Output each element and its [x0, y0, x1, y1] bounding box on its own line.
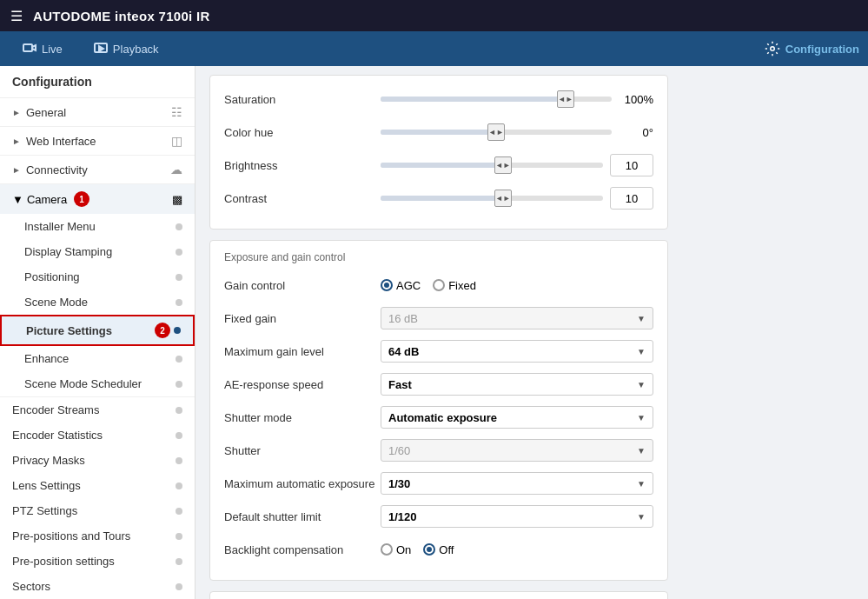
max-gain-field: 64 dB ▼ [381, 340, 653, 363]
color-hue-track[interactable]: ◄► [381, 130, 612, 135]
color-hue-slider-btn[interactable]: ◄► [487, 123, 505, 141]
saturation-track[interactable]: ◄► [381, 97, 612, 102]
shutter-mode-label: Shutter mode [224, 411, 381, 424]
daynight-section: Day/night Night mode Auto ▼ 3 [209, 591, 668, 599]
backlight-radio: On Off [381, 543, 454, 556]
contrast-track[interactable]: ◄► [381, 196, 603, 201]
active-dot [174, 327, 181, 334]
nav-dot [176, 356, 182, 363]
sidebar-item-scene-mode-scheduler[interactable]: Scene Mode Scheduler [0, 371, 195, 396]
shutter-mode-field: Automatic exposure ▼ [381, 406, 653, 429]
sidebar-item-installer-menu[interactable]: Installer Menu [0, 214, 195, 239]
nav-dot [176, 407, 182, 414]
backlight-off-option[interactable]: Off [423, 543, 454, 556]
contrast-input[interactable]: 10 [610, 187, 653, 210]
svg-point-2 [771, 47, 775, 51]
brightness-slider-btn[interactable]: ◄► [494, 156, 512, 174]
nav-dot [176, 558, 182, 565]
sidebar-item-positioning[interactable]: Positioning [0, 264, 195, 290]
backlight-on-radio[interactable] [381, 543, 393, 556]
nav-dot [176, 249, 182, 256]
tab-live[interactable]: Live [9, 37, 76, 61]
gear-icon [765, 41, 780, 57]
brightness-track[interactable]: ◄► [381, 163, 603, 168]
max-gain-row: Maximum gain level 64 dB ▼ [224, 338, 653, 364]
max-auto-exposure-row: Maximum automatic exposure 1/30 ▼ [224, 470, 653, 496]
saturation-slider-btn[interactable]: ◄► [557, 90, 574, 108]
chevron-right-icon: ► [12, 165, 21, 175]
sidebar-item-ptz-settings[interactable]: PTZ Settings [0, 498, 195, 523]
contrast-slider-btn[interactable]: ◄► [494, 190, 512, 207]
sidebar-item-picture-settings[interactable]: Picture Settings 2 [0, 315, 195, 346]
max-auto-exposure-field: 1/30 ▼ [381, 472, 653, 495]
brightness-label: Brightness [224, 159, 381, 172]
exposure-section: Exposure and gain control Gain control A… [209, 240, 668, 581]
gain-control-radio: AGC Fixed [381, 279, 476, 292]
backlight-field: On Off [381, 543, 653, 556]
brightness-control: ◄► 10 [381, 154, 653, 176]
sidebar-item-scene-mode[interactable]: Scene Mode [0, 290, 195, 315]
saturation-control: ◄► 100% [381, 93, 653, 106]
sidebar-item-lens-settings[interactable]: Lens Settings [0, 473, 195, 498]
nav-dot [176, 274, 182, 281]
ae-response-label: AE-response speed [224, 378, 381, 391]
sidebar-item-sectors[interactable]: Sectors [0, 574, 195, 599]
backlight-on-option[interactable]: On [381, 543, 411, 556]
main-tabs: Live Playback [9, 37, 173, 61]
configuration-button[interactable]: Configuration [765, 41, 859, 57]
sidebar-item-enhance[interactable]: Enhance [0, 346, 195, 371]
default-shutter-limit-row: Default shutter limit 1/120 ▼ [224, 503, 653, 529]
shutter-mode-dropdown[interactable]: Automatic exposure ▼ [381, 406, 653, 429]
sidebar-group-web-interface: ► Web Interface ◫ [0, 127, 195, 156]
hamburger-icon[interactable]: ☰ [10, 8, 23, 24]
chevron-down-icon: ▼ [637, 446, 646, 456]
sidebar-group-general: ► General ☷ [0, 98, 195, 127]
color-hue-value: 0° [619, 126, 653, 139]
camera-icon: ▩ [172, 193, 182, 206]
gain-agc-option[interactable]: AGC [381, 279, 421, 292]
backlight-off-radio[interactable] [423, 543, 435, 556]
gain-agc-radio[interactable] [381, 279, 393, 291]
saturation-value: 100% [619, 93, 653, 106]
color-hue-control: ◄► 0° [381, 126, 653, 139]
contrast-control: ◄► 10 [381, 187, 653, 210]
sidebar-item-camera[interactable]: ▼ Camera 1 ▩ [0, 184, 195, 214]
shutter-label: Shutter [224, 444, 381, 457]
gain-control-row: Gain control AGC Fixed [224, 272, 653, 298]
brightness-input[interactable]: 10 [610, 154, 653, 176]
sidebar-item-privacy-masks[interactable]: Privacy Masks [0, 448, 195, 473]
chevron-down-icon: ▼ [12, 193, 23, 206]
shutter-mode-row: Shutter mode Automatic exposure ▼ [224, 404, 653, 430]
max-auto-exposure-dropdown[interactable]: 1/30 ▼ [381, 472, 653, 495]
default-shutter-limit-dropdown[interactable]: 1/120 ▼ [381, 505, 653, 528]
contrast-slider: ◄► [381, 196, 603, 201]
color-settings-section: Saturation ◄► 100% Color hue [209, 75, 668, 230]
sidebar-item-encoder-statistics[interactable]: Encoder Statistics [0, 423, 195, 448]
chevron-down-icon: ▼ [637, 512, 646, 522]
sidebar-item-connectivity[interactable]: ► Connectivity ☁ [0, 156, 195, 183]
chevron-down-icon: ▼ [637, 314, 646, 323]
gain-control-field: AGC Fixed [381, 279, 653, 292]
gain-control-label: Gain control [224, 279, 381, 292]
live-icon [23, 42, 36, 56]
tab-bar: Live Playback Configuration [0, 31, 868, 66]
gain-fixed-radio[interactable] [433, 279, 445, 291]
sidebar-item-pre-position-settings[interactable]: Pre-position settings [0, 549, 195, 574]
cloud-icon: ☁ [170, 163, 182, 176]
max-gain-dropdown[interactable]: 64 dB ▼ [381, 340, 653, 363]
svg-rect-0 [23, 44, 32, 51]
sidebar-item-display-stamping[interactable]: Display Stamping [0, 239, 195, 264]
shutter-field: 1/60 ▼ [381, 439, 653, 462]
nav-dot [176, 223, 182, 230]
contrast-label: Contrast [224, 192, 381, 205]
playback-icon [94, 42, 108, 56]
sidebar-item-web-interface[interactable]: ► Web Interface ◫ [0, 127, 195, 155]
sidebar-item-pre-positions-tours[interactable]: Pre-positions and Tours [0, 523, 195, 549]
gain-fixed-option[interactable]: Fixed [433, 279, 476, 292]
tab-playback[interactable]: Playback [80, 37, 173, 61]
sidebar-item-general[interactable]: ► General ☷ [0, 98, 195, 126]
ae-response-dropdown[interactable]: Fast ▼ [381, 373, 653, 396]
sidebar-item-encoder-streams[interactable]: Encoder Streams [0, 397, 195, 423]
chevron-right-icon: ► [12, 108, 21, 117]
main-layout: Configuration ► General ☷ ► Web Interfac… [0, 66, 868, 599]
